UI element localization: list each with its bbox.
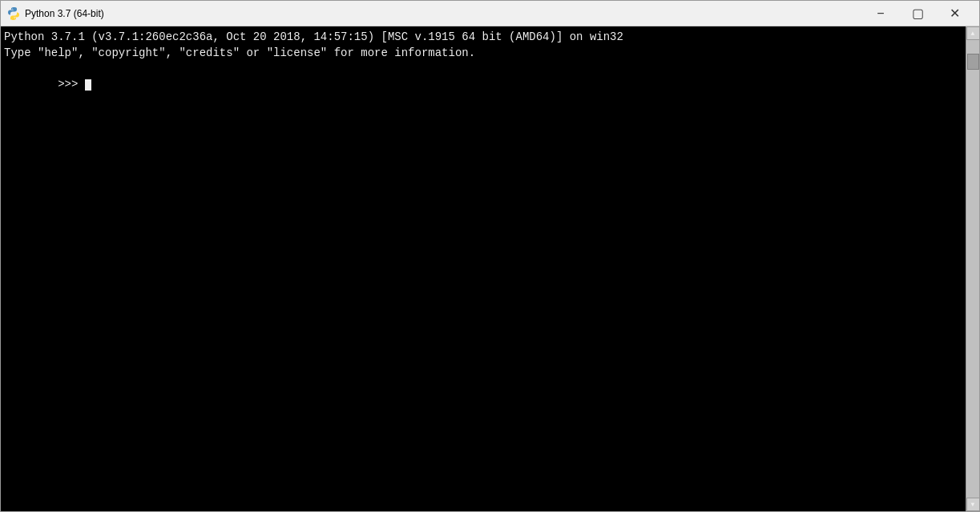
console-area[interactable]: Python 3.7.1 (v3.7.1:260ec2c36a, Oct 20 … bbox=[1, 26, 979, 511]
console-content: Python 3.7.1 (v3.7.1:260ec2c36a, Oct 20 … bbox=[4, 30, 976, 108]
maximize-icon: ▢ bbox=[912, 6, 924, 21]
close-icon: ✕ bbox=[950, 6, 960, 21]
minimize-icon: − bbox=[877, 6, 884, 21]
window-title: Python 3.7 (64-bit) bbox=[25, 8, 104, 19]
close-button[interactable]: ✕ bbox=[936, 1, 973, 26]
title-bar-left: Python 3.7 (64-bit) bbox=[7, 7, 104, 20]
console-line-1: Python 3.7.1 (v3.7.1:260ec2c36a, Oct 20 … bbox=[4, 30, 960, 46]
maximize-button[interactable]: ▢ bbox=[899, 1, 936, 26]
vertical-scrollbar[interactable]: ▲ ▼ bbox=[966, 26, 979, 511]
python-console-window: Python 3.7 (64-bit) − ▢ ✕ Python 3.7.1 (… bbox=[0, 0, 980, 512]
window-controls: − ▢ ✕ bbox=[862, 1, 973, 26]
console-line-2: Type "help", "copyright", "credits" or "… bbox=[4, 46, 960, 62]
scroll-down-button[interactable]: ▼ bbox=[966, 498, 980, 511]
console-prompt: >>> bbox=[58, 78, 85, 91]
python-icon bbox=[7, 7, 20, 20]
title-bar: Python 3.7 (64-bit) − ▢ ✕ bbox=[1, 1, 979, 26]
console-cursor bbox=[85, 79, 91, 91]
console-prompt-line: >>> bbox=[4, 61, 960, 108]
minimize-button[interactable]: − bbox=[862, 1, 899, 26]
scroll-thumb[interactable] bbox=[967, 54, 979, 70]
scroll-up-button[interactable]: ▲ bbox=[966, 26, 980, 40]
